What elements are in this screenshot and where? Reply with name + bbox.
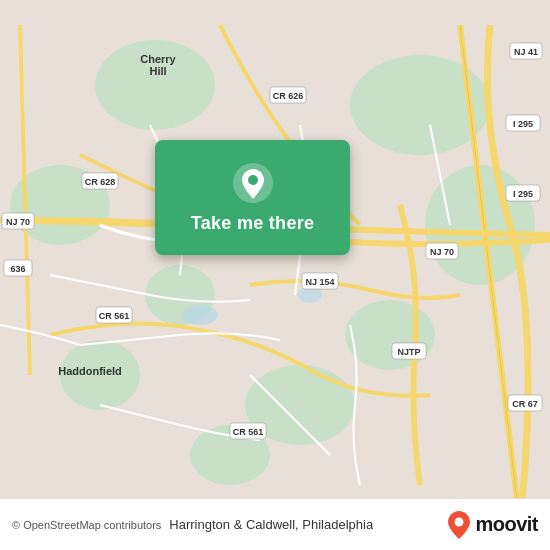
svg-text:CR 561: CR 561 xyxy=(233,427,264,437)
button-label: Take me there xyxy=(191,213,315,234)
osm-credit-text: © OpenStreetMap contributors xyxy=(12,519,161,531)
svg-point-2 xyxy=(345,300,435,370)
svg-point-10 xyxy=(298,287,322,303)
svg-text:NJ 70: NJ 70 xyxy=(6,217,30,227)
svg-text:Hill: Hill xyxy=(149,65,166,77)
svg-text:NJ 41: NJ 41 xyxy=(514,47,538,57)
location-pin-icon xyxy=(231,161,275,205)
svg-text:636: 636 xyxy=(10,264,25,274)
take-me-there-button[interactable]: Take me there xyxy=(155,140,350,255)
svg-text:CR 561: CR 561 xyxy=(99,311,130,321)
osm-credit: © OpenStreetMap contributors xyxy=(12,519,161,531)
svg-text:NJ 154: NJ 154 xyxy=(305,277,334,287)
svg-text:Cherry: Cherry xyxy=(140,53,176,65)
moovit-logo-icon xyxy=(447,511,471,539)
svg-text:CR 67: CR 67 xyxy=(512,399,538,409)
location-label: Harrington & Caldwell, Philadelphia xyxy=(169,517,373,532)
svg-text:I 295: I 295 xyxy=(513,189,533,199)
map-container: NJ 41 I 295 I 295 NJ 70 NJ 70 CR 626 CR … xyxy=(0,0,550,550)
svg-text:CR 628: CR 628 xyxy=(85,177,116,187)
map-roads-layer: NJ 41 I 295 I 295 NJ 70 NJ 70 CR 626 CR … xyxy=(0,0,550,550)
svg-point-9 xyxy=(182,305,218,325)
svg-text:NJ 70: NJ 70 xyxy=(430,247,454,257)
svg-text:I 295: I 295 xyxy=(513,119,533,129)
svg-text:Haddonfield: Haddonfield xyxy=(58,365,122,377)
svg-text:NJTP: NJTP xyxy=(397,347,420,357)
svg-point-46 xyxy=(455,517,464,526)
moovit-brand-text: moovit xyxy=(475,513,538,536)
bottom-bar: © OpenStreetMap contributors Harrington … xyxy=(0,498,550,550)
svg-text:CR 626: CR 626 xyxy=(273,91,304,101)
svg-point-45 xyxy=(248,175,258,185)
moovit-logo: moovit xyxy=(447,511,538,539)
